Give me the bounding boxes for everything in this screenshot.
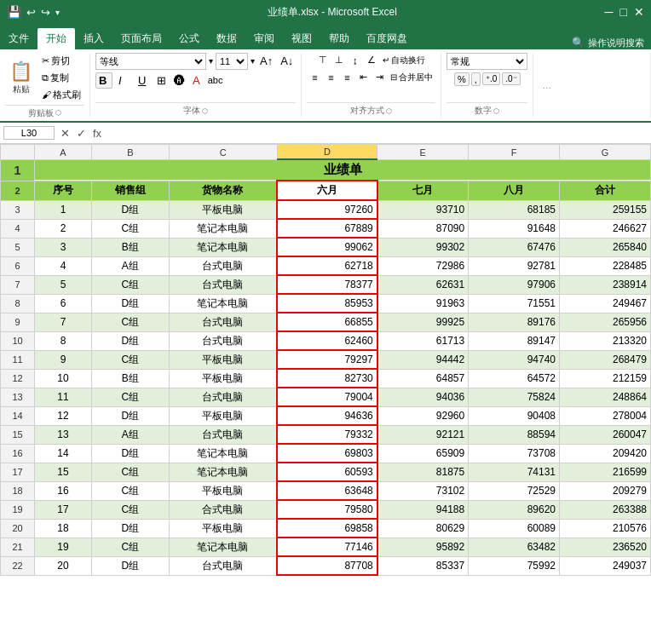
paste-button[interactable]: 📋 粘贴 bbox=[5, 58, 37, 97]
cell-C16[interactable]: 笔记本电脑 bbox=[169, 444, 277, 463]
cell-F15[interactable]: 88594 bbox=[469, 425, 560, 444]
cell-D11[interactable]: 79297 bbox=[277, 350, 377, 369]
col-header-f[interactable]: F bbox=[469, 145, 560, 160]
cell-A21[interactable]: 19 bbox=[35, 538, 92, 556]
cell-C8[interactable]: 笔记本电脑 bbox=[169, 294, 277, 313]
cell-F20[interactable]: 60089 bbox=[469, 519, 560, 538]
cell-C7[interactable]: 台式电脑 bbox=[169, 275, 277, 294]
font-expand-icon[interactable]: ⬡ bbox=[202, 107, 208, 115]
cell-E13[interactable]: 94036 bbox=[377, 388, 469, 406]
cell-B20[interactable]: D组 bbox=[91, 519, 169, 538]
cell-G10[interactable]: 213320 bbox=[560, 331, 651, 350]
title-cell[interactable]: 业绩单 bbox=[35, 159, 651, 181]
cell-F13[interactable]: 75824 bbox=[469, 388, 560, 406]
spreadsheet-container[interactable]: A B C D E F G 1 业绩单 2 序号 bbox=[0, 144, 651, 644]
underline-button[interactable]: U bbox=[135, 72, 152, 89]
cell-G8[interactable]: 249467 bbox=[560, 294, 651, 313]
cell-D17[interactable]: 60593 bbox=[277, 463, 377, 481]
cell-D12[interactable]: 82730 bbox=[277, 369, 377, 388]
font-name-dropdown-icon[interactable]: ▾ bbox=[209, 56, 213, 66]
cell-A18[interactable]: 16 bbox=[35, 481, 92, 500]
cell-D13[interactable]: 79004 bbox=[277, 388, 377, 406]
cell-D5[interactable]: 99062 bbox=[277, 238, 377, 256]
close-icon[interactable]: ✕ bbox=[634, 5, 644, 19]
header-cell-b2[interactable]: 销售组 bbox=[91, 181, 169, 200]
cell-E3[interactable]: 93710 bbox=[377, 200, 469, 219]
cell-G19[interactable]: 263388 bbox=[560, 500, 651, 519]
cell-B9[interactable]: C组 bbox=[91, 313, 169, 331]
align-bottom-btn[interactable]: ↨ bbox=[348, 53, 363, 68]
cell-D7[interactable]: 78377 bbox=[277, 275, 377, 294]
cell-A22[interactable]: 20 bbox=[35, 556, 92, 575]
cell-C14[interactable]: 平板电脑 bbox=[169, 406, 277, 425]
cell-G4[interactable]: 246627 bbox=[560, 219, 651, 238]
cell-B12[interactable]: B组 bbox=[91, 369, 169, 388]
cell-G5[interactable]: 265840 bbox=[560, 238, 651, 256]
cell-D6[interactable]: 62718 bbox=[277, 256, 377, 275]
cell-E7[interactable]: 62631 bbox=[377, 275, 469, 294]
align-middle-btn[interactable]: ⊥ bbox=[331, 53, 347, 68]
header-cell-f2[interactable]: 八月 bbox=[469, 181, 560, 200]
cell-B18[interactable]: C组 bbox=[91, 481, 169, 500]
cell-reference-input[interactable]: L30 bbox=[3, 126, 55, 140]
cell-B6[interactable]: A组 bbox=[91, 256, 169, 275]
border-btn[interactable]: ⊞ bbox=[154, 73, 169, 88]
cell-E15[interactable]: 92121 bbox=[377, 425, 469, 444]
cell-E14[interactable]: 92960 bbox=[377, 406, 469, 425]
cell-B17[interactable]: C组 bbox=[91, 463, 169, 481]
minimize-icon[interactable]: ─ bbox=[605, 5, 614, 19]
cell-F18[interactable]: 72529 bbox=[469, 481, 560, 500]
cell-A4[interactable]: 2 bbox=[35, 219, 92, 238]
cell-A16[interactable]: 14 bbox=[35, 444, 92, 463]
cell-G18[interactable]: 209279 bbox=[560, 481, 651, 500]
cell-C3[interactable]: 平板电脑 bbox=[169, 200, 277, 219]
cell-A7[interactable]: 5 bbox=[35, 275, 92, 294]
align-left-btn[interactable]: ≡ bbox=[307, 70, 322, 85]
tab-help[interactable]: 帮助 bbox=[320, 28, 358, 49]
cell-A19[interactable]: 17 bbox=[35, 500, 92, 519]
cell-E22[interactable]: 85337 bbox=[377, 556, 469, 575]
save-icon[interactable]: 💾 bbox=[7, 5, 21, 19]
italic-button[interactable]: I bbox=[115, 72, 132, 89]
increase-decimal-btn[interactable]: ⁺.0 bbox=[482, 72, 500, 85]
cell-F5[interactable]: 67476 bbox=[469, 238, 560, 256]
cell-B21[interactable]: C组 bbox=[91, 538, 169, 556]
header-cell-g2[interactable]: 合计 bbox=[560, 181, 651, 200]
tab-baidu[interactable]: 百度网盘 bbox=[358, 28, 416, 49]
cell-D10[interactable]: 62460 bbox=[277, 331, 377, 350]
cell-E21[interactable]: 95892 bbox=[377, 538, 469, 556]
cell-A9[interactable]: 7 bbox=[35, 313, 92, 331]
cell-B22[interactable]: D组 bbox=[91, 556, 169, 575]
cell-G15[interactable]: 260047 bbox=[560, 425, 651, 444]
cell-B7[interactable]: C组 bbox=[91, 275, 169, 294]
header-cell-c2[interactable]: 货物名称 bbox=[169, 181, 277, 200]
cell-F17[interactable]: 74131 bbox=[469, 463, 560, 481]
font-name-select[interactable]: 等线 bbox=[95, 53, 206, 70]
cell-E16[interactable]: 65909 bbox=[377, 444, 469, 463]
cell-C13[interactable]: 台式电脑 bbox=[169, 388, 277, 406]
col-header-b[interactable]: B bbox=[91, 145, 169, 160]
insert-function-btn[interactable]: fx bbox=[90, 126, 104, 141]
cell-E8[interactable]: 91963 bbox=[377, 294, 469, 313]
indent-decrease-btn[interactable]: ⇤ bbox=[355, 70, 371, 85]
decrease-decimal-btn[interactable]: .0⁻ bbox=[502, 72, 520, 85]
cell-E9[interactable]: 99925 bbox=[377, 313, 469, 331]
confirm-formula-btn[interactable]: ✓ bbox=[74, 126, 89, 141]
cell-F14[interactable]: 90408 bbox=[469, 406, 560, 425]
cell-D4[interactable]: 67889 bbox=[277, 219, 377, 238]
align-top-btn[interactable]: ⊤ bbox=[315, 53, 331, 68]
cell-B15[interactable]: A组 bbox=[91, 425, 169, 444]
cell-F6[interactable]: 92781 bbox=[469, 256, 560, 275]
cell-G12[interactable]: 212159 bbox=[560, 369, 651, 388]
cell-F10[interactable]: 89147 bbox=[469, 331, 560, 350]
cell-G21[interactable]: 236520 bbox=[560, 538, 651, 556]
cell-D8[interactable]: 85953 bbox=[277, 294, 377, 313]
cell-D21[interactable]: 77146 bbox=[277, 538, 377, 556]
cell-D18[interactable]: 63648 bbox=[277, 481, 377, 500]
cut-button[interactable]: ✂ 剪切 bbox=[38, 53, 84, 69]
tab-home[interactable]: 开始 bbox=[37, 28, 75, 49]
cell-E17[interactable]: 81875 bbox=[377, 463, 469, 481]
col-header-c[interactable]: C bbox=[169, 145, 277, 160]
cell-A8[interactable]: 6 bbox=[35, 294, 92, 313]
copy-button[interactable]: ⧉ 复制 bbox=[38, 70, 84, 86]
